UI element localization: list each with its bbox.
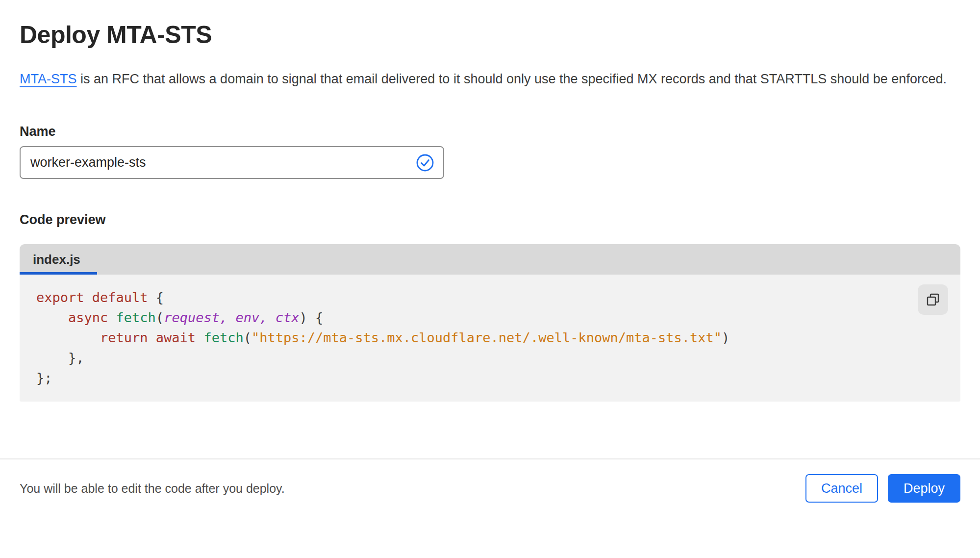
description: MTA-STS is an RFC that allows a domain t… [20, 68, 949, 91]
code-preview-label: Code preview [20, 212, 960, 228]
footer-divider [0, 458, 980, 459]
description-text: is an RFC that allows a domain to signal… [77, 72, 947, 86]
copy-icon [926, 292, 940, 307]
code-block: export default { async fetch(request, en… [20, 275, 960, 402]
footer-note: You will be able to edit the code after … [20, 482, 285, 496]
tab-label: index.js [33, 252, 80, 267]
footer: You will be able to edit the code after … [0, 474, 980, 503]
footer-actions: Cancel Deploy [805, 474, 960, 503]
tab-index-js[interactable]: index.js [20, 244, 105, 275]
code-content: export default { async fetch(request, en… [36, 287, 960, 388]
name-input-wrap [20, 146, 444, 179]
cancel-button[interactable]: Cancel [805, 474, 878, 503]
name-label: Name [20, 124, 960, 139]
check-circle-icon [416, 153, 434, 172]
mta-sts-link[interactable]: MTA-STS [20, 72, 77, 86]
code-card: index.js export default { async fetch(re… [20, 244, 960, 402]
name-input[interactable] [20, 146, 444, 179]
copy-button[interactable] [918, 284, 948, 315]
page-title: Deploy MTA-STS [20, 21, 960, 49]
code-tab-bar: index.js [20, 244, 960, 275]
deploy-button[interactable]: Deploy [888, 474, 960, 503]
deploy-mta-sts-page: Deploy MTA-STS MTA-STS is an RFC that al… [0, 21, 980, 402]
